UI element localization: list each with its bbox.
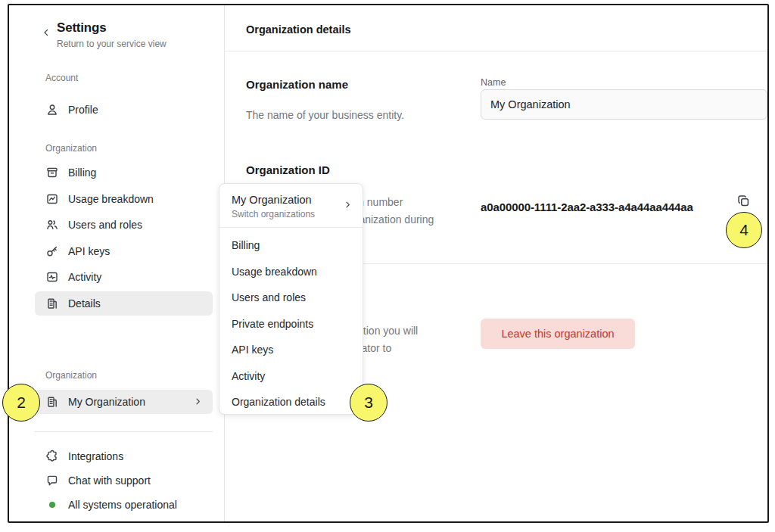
settings-sidebar: Settings Return to your service view Acc… <box>9 5 225 521</box>
sidebar-item-activity[interactable]: Activity <box>35 265 213 289</box>
dropdown-org-switcher[interactable]: My Organization Switch organizations <box>219 184 363 227</box>
sidebar-item-label: Billing <box>68 166 96 179</box>
status-dot-icon <box>45 498 59 512</box>
chevron-right-icon <box>344 198 352 212</box>
sidebar-item-users-and-roles[interactable]: Users and roles <box>35 213 213 237</box>
sidebar-item-api-keys[interactable]: API keys <box>35 239 213 263</box>
sidebar-item-label: Details <box>68 297 101 310</box>
puzzle-icon <box>45 450 59 463</box>
chevron-right-icon <box>194 396 202 408</box>
dropdown-item-list: Billing Usage breakdown Users and roles … <box>219 228 363 415</box>
dropdown-item-private-endpoints[interactable]: Private endpoints <box>219 311 363 338</box>
dropdown-item-activity[interactable]: Activity <box>219 363 363 390</box>
sidebar-item-my-organization[interactable]: My Organization <box>35 390 213 414</box>
sidebar-item-details[interactable]: Details <box>35 291 213 316</box>
sidebar-subtitle: Return to your service view <box>57 39 167 49</box>
dropdown-org-name: My Organization <box>232 194 352 206</box>
back-to-service-button[interactable]: Settings Return to your service view <box>42 20 167 49</box>
copy-icon[interactable] <box>734 191 752 210</box>
status-label: All systems operational <box>68 499 177 511</box>
screenshot-page: Settings Return to your service view Acc… <box>0 0 775 532</box>
key-icon <box>45 244 59 258</box>
section-label-organization-switcher: Organization <box>45 370 97 381</box>
sidebar-item-integrations[interactable]: Integrations <box>35 444 213 468</box>
app-window: Settings Return to your service view Acc… <box>8 4 769 523</box>
chevron-left-icon <box>42 20 52 49</box>
leave-organization-button[interactable]: Leave this organization <box>481 319 635 349</box>
name-field-label: Name <box>481 77 506 88</box>
dropdown-item-billing[interactable]: Billing <box>219 232 363 259</box>
sidebar-item-system-status[interactable]: All systems operational <box>35 493 213 517</box>
annotation-badge-3: 3 <box>350 384 388 422</box>
org-name-heading: Organization name <box>246 78 348 91</box>
annotation-badge-2: 2 <box>2 384 40 422</box>
dropdown-item-api-keys[interactable]: API keys <box>219 337 363 363</box>
sidebar-item-label: My Organization <box>68 396 145 408</box>
annotation-badge-4: 4 <box>726 212 762 248</box>
organization-icon <box>45 297 59 310</box>
activity-icon <box>45 270 59 284</box>
org-name-description: The name of your business entity. <box>246 109 404 121</box>
organization-name-input[interactable] <box>481 89 767 120</box>
dropdown-item-organization-details[interactable]: Organization details <box>219 389 363 415</box>
sidebar-item-profile[interactable]: Profile <box>35 98 213 122</box>
page-title: Organization details <box>246 23 351 36</box>
sidebar-item-label: API keys <box>68 245 110 257</box>
sidebar-item-label: Integrations <box>68 450 123 462</box>
user-icon <box>45 103 59 117</box>
sidebar-divider <box>34 431 213 432</box>
sidebar-item-usage-breakdown[interactable]: Usage breakdown <box>35 187 213 211</box>
organization-dropdown-menu: My Organization Switch organizations Bil… <box>219 183 363 415</box>
section-label-account: Account <box>45 73 78 83</box>
header-divider <box>225 51 767 51</box>
dropdown-item-users-and-roles[interactable]: Users and roles <box>219 285 363 311</box>
sidebar-item-label: Activity <box>68 271 101 283</box>
billing-icon <box>45 166 59 179</box>
usage-chart-icon <box>45 192 59 206</box>
sidebar-item-label: Usage breakdown <box>68 193 154 205</box>
sidebar-item-chat-support[interactable]: Chat with support <box>35 468 213 493</box>
sidebar-item-label: Profile <box>68 104 98 116</box>
organization-icon <box>45 395 59 409</box>
organization-id-value: a0a00000-1111-2aa2-a333-a4a44aa444aa <box>481 201 693 213</box>
sidebar-item-label: Chat with support <box>68 474 151 487</box>
section-label-organization: Organization <box>45 143 97 154</box>
users-icon <box>45 218 59 232</box>
chat-bubble-icon <box>45 474 59 487</box>
sidebar-item-label: Users and roles <box>68 219 142 231</box>
dropdown-org-subtitle: Switch organizations <box>232 209 352 219</box>
sidebar-title: Settings <box>57 20 167 36</box>
sidebar-item-billing[interactable]: Billing <box>35 160 213 185</box>
dropdown-item-usage-breakdown[interactable]: Usage breakdown <box>219 259 363 285</box>
org-id-heading: Organization ID <box>246 163 330 176</box>
